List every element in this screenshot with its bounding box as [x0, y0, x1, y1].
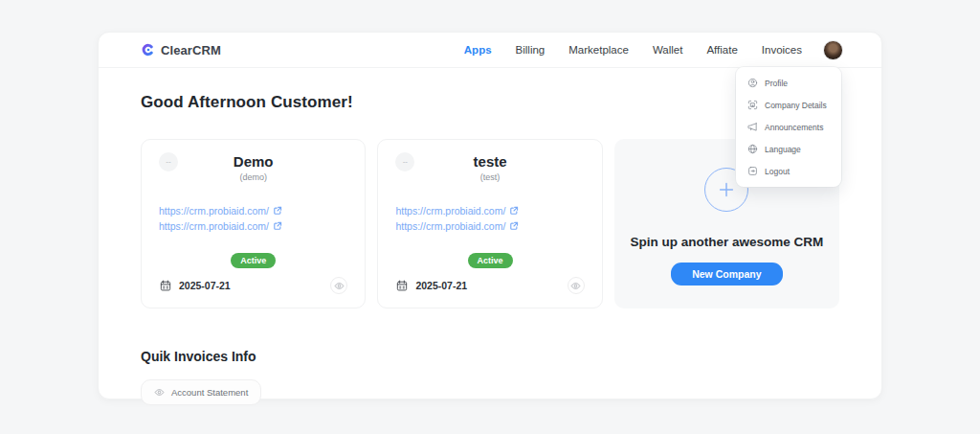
- new-company-button[interactable]: New Company: [671, 263, 782, 286]
- menu-item-label: Company Details: [765, 101, 827, 110]
- company-links: https://crm.probiaid.com/ https://crm.pr…: [395, 205, 584, 232]
- company-head: Demo (demo): [159, 153, 347, 182]
- card-footer: 2025-07-21: [159, 277, 347, 294]
- account-statement-label: Account Statement: [171, 387, 248, 398]
- view-company-button[interactable]: [330, 277, 347, 294]
- eye-icon: [154, 387, 165, 398]
- company-head: teste (test): [395, 153, 584, 182]
- nav-item-marketplace[interactable]: Marketplace: [568, 44, 629, 56]
- menu-item-label: Announcements: [765, 123, 823, 132]
- profile-icon: [747, 78, 758, 88]
- crm-link[interactable]: https://crm.probiaid.com/: [159, 205, 282, 217]
- menu-item-label: Logout: [765, 167, 790, 176]
- company-links: https://crm.probiaid.com/ https://crm.pr…: [159, 205, 347, 232]
- menu-item-language[interactable]: Language: [736, 138, 841, 160]
- created-date: 2025-07-21: [179, 280, 231, 291]
- calendar-icon: [395, 279, 409, 292]
- eye-icon: [334, 281, 345, 291]
- top-navigation-bar: ClearCRM Apps Billing Marketplace Wallet…: [99, 33, 881, 68]
- menu-item-label: Language: [765, 145, 801, 154]
- account-statement-button[interactable]: Account Statement: [141, 379, 261, 405]
- crm-link[interactable]: https://crm.probiaid.com/: [395, 220, 519, 232]
- crm-link-text: https://crm.probiaid.com/: [159, 220, 269, 232]
- crm-link-text: https://crm.probiaid.com/: [395, 220, 505, 232]
- plus-icon: [716, 179, 737, 200]
- nav-item-invoices[interactable]: Invoices: [762, 44, 802, 56]
- app-container: ClearCRM Apps Billing Marketplace Wallet…: [98, 32, 882, 400]
- invoices-title: Quik Invoices Info: [141, 349, 839, 364]
- calendar-icon: [159, 279, 172, 292]
- company-name: Demo: [159, 153, 347, 170]
- status-row: Active: [395, 253, 584, 268]
- company-subtitle: (demo): [159, 172, 347, 182]
- logout-icon: [747, 166, 758, 176]
- menu-item-label: Profile: [765, 79, 788, 88]
- main-nav: Apps Billing Marketplace Wallet Affiate …: [464, 44, 802, 56]
- user-avatar[interactable]: [823, 40, 843, 60]
- nav-item-wallet[interactable]: Wallet: [653, 44, 683, 56]
- crm-link-text: https://crm.probiaid.com/: [159, 205, 269, 217]
- nav-item-apps[interactable]: Apps: [464, 44, 492, 56]
- external-link-icon: [509, 206, 519, 216]
- announcements-icon: [747, 122, 758, 132]
- user-dropdown-menu: Profile Company Details Announcements La…: [736, 67, 841, 187]
- view-company-button[interactable]: [568, 277, 585, 294]
- menu-item-logout[interactable]: Logout: [736, 160, 841, 182]
- date-wrap: 2025-07-21: [395, 279, 467, 292]
- page-background: { "header": { "brand": "ClearCRM", "nav"…: [0, 0, 980, 434]
- eye-icon: [570, 281, 581, 291]
- crm-link[interactable]: https://crm.probiaid.com/: [159, 220, 282, 232]
- language-icon: [747, 144, 758, 154]
- spinup-title: Spin up another awesome CRM: [630, 235, 823, 249]
- date-wrap: 2025-07-21: [159, 279, 231, 292]
- greeting-heading: Good Afternoon Customer!: [141, 93, 839, 112]
- external-link-icon: [273, 206, 282, 216]
- company-card-teste: -- teste (test) https://crm.probiaid.com…: [377, 139, 602, 308]
- menu-item-profile[interactable]: Profile: [736, 72, 841, 94]
- brand-name: ClearCRM: [161, 43, 221, 57]
- status-row: Active: [159, 253, 347, 268]
- invoices-section: Quik Invoices Info Account Statement: [141, 349, 839, 405]
- brand-logo[interactable]: ClearCRM: [141, 42, 221, 57]
- menu-item-company-details[interactable]: Company Details: [736, 94, 841, 116]
- external-link-icon: [509, 221, 519, 231]
- crm-link-text: https://crm.probiaid.com/: [395, 205, 505, 217]
- nav-item-billing[interactable]: Billing: [516, 44, 546, 56]
- company-name: teste: [395, 153, 584, 170]
- company-card-demo: -- Demo (demo) https://crm.probiaid.com/…: [141, 139, 366, 308]
- created-date: 2025-07-21: [415, 280, 467, 291]
- status-badge: Active: [468, 253, 513, 268]
- card-footer: 2025-07-21: [395, 277, 584, 294]
- menu-item-announcements[interactable]: Announcements: [736, 116, 841, 138]
- clearcrm-logo-icon: [141, 42, 156, 57]
- external-link-icon: [273, 221, 282, 231]
- nav-item-affiate[interactable]: Affiate: [706, 44, 737, 56]
- status-badge: Active: [231, 253, 276, 268]
- crm-link[interactable]: https://crm.probiaid.com/: [395, 205, 519, 217]
- company-logo-placeholder[interactable]: --: [159, 152, 178, 171]
- company-cards-row: -- Demo (demo) https://crm.probiaid.com/…: [141, 139, 839, 308]
- company-subtitle: (test): [395, 172, 584, 182]
- company-details-icon: [747, 100, 758, 110]
